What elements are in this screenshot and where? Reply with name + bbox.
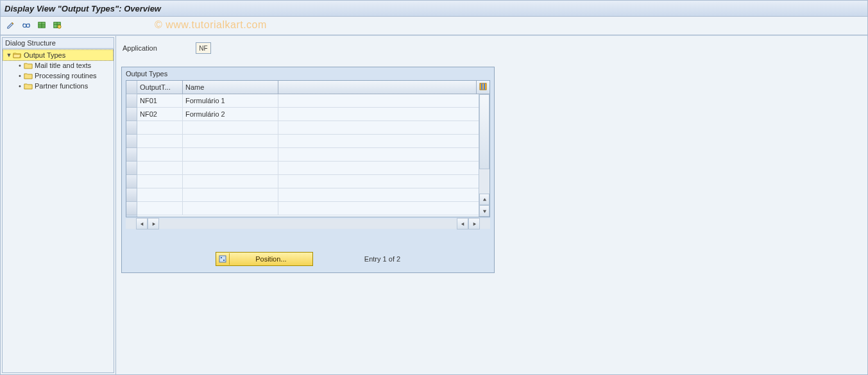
app-window: Display View "Output Types": Overview © … (0, 0, 868, 375)
table-row (137, 202, 489, 215)
toolbar: © www.tutorialkart.com (1, 17, 867, 35)
watermark: © www.tutorialkart.com (155, 19, 267, 31)
column-header-output[interactable]: OutputT... (137, 81, 183, 94)
svg-point-9 (58, 25, 61, 28)
vertical-scrollbar[interactable] (479, 94, 489, 217)
scroll-right-button[interactable] (148, 218, 159, 229)
table-row (137, 175, 489, 188)
grid-data: OutputT... Name NF01 Formulári (137, 81, 489, 217)
folder-icon (23, 71, 33, 80)
panel-title: Output Types (122, 67, 494, 80)
row-selector[interactable] (126, 162, 137, 175)
tree-item-label: Partner functions (35, 82, 88, 90)
title-bar: Display View "Output Types": Overview (1, 1, 867, 17)
folder-icon (23, 61, 33, 70)
table-row[interactable]: NF01 Formulário 1 (137, 94, 489, 108)
position-button[interactable]: Position... (216, 252, 313, 266)
column-header-name[interactable]: Name (183, 81, 278, 94)
display-button[interactable] (20, 19, 33, 32)
cell-output[interactable]: NF02 (137, 108, 183, 121)
triangle-left-icon (140, 220, 144, 228)
tree-item-processing-routines[interactable]: • Processing routines (3, 71, 114, 81)
table-settings-icon (53, 21, 62, 31)
table-row (137, 135, 489, 148)
table-icon (37, 21, 46, 31)
table-row (137, 121, 489, 135)
application-label: Application (123, 44, 157, 52)
triangle-down-icon (482, 207, 487, 215)
scroll-left2-button[interactable] (457, 218, 468, 229)
scroll-right2-button[interactable] (468, 218, 480, 229)
scroll-thumb[interactable] (479, 94, 489, 169)
application-value[interactable]: NF (196, 42, 211, 54)
glasses-icon (22, 21, 31, 31)
tree-item-label: Mail title and texts (35, 62, 91, 69)
table-row[interactable]: NF02 Formulário 2 (137, 108, 489, 121)
grid-config-icon (479, 83, 487, 92)
dialog-structure-pane: Dialog Structure ▼ Output Types • Mail t… (1, 36, 116, 374)
change-button[interactable] (4, 19, 17, 32)
output-types-grid: OutputT... Name NF01 Formulári (126, 80, 490, 217)
tree-item-label: Processing routines (35, 72, 97, 79)
tree-item-partner-functions[interactable]: • Partner functions (3, 81, 114, 91)
row-selector[interactable] (126, 148, 137, 162)
tree-item-label: Output Types (24, 51, 65, 59)
table-settings-button[interactable] (476, 81, 489, 94)
position-button-label: Position... (230, 255, 312, 263)
pencil-icon (6, 21, 15, 31)
tree-header: Dialog Structure (2, 37, 114, 49)
main-area: Dialog Structure ▼ Output Types • Mail t… (1, 35, 867, 374)
svg-rect-13 (219, 256, 226, 262)
cell-name[interactable]: Formulário 1 (183, 94, 278, 107)
application-field-row: Application NF (123, 42, 867, 54)
bullet-icon: • (17, 82, 23, 90)
triangle-right-icon (472, 220, 477, 228)
svg-rect-11 (481, 83, 482, 90)
scroll-down-button[interactable] (479, 205, 489, 217)
table-row (137, 162, 489, 175)
panel-footer: Position... Entry 1 of 2 (122, 252, 494, 266)
row-selector[interactable] (126, 108, 137, 121)
svg-rect-12 (484, 83, 485, 90)
scroll-track (479, 169, 489, 194)
triangle-right-icon (151, 220, 156, 228)
table-row (137, 188, 489, 202)
table-button[interactable] (35, 19, 48, 32)
tree-body: ▼ Output Types • Mail title and texts • (2, 49, 114, 373)
tree-item-output-types[interactable]: ▼ Output Types (3, 49, 114, 61)
row-selector[interactable] (126, 202, 137, 215)
table-settings-button[interactable] (51, 19, 64, 32)
content-pane: Application NF Output Types (116, 36, 867, 374)
row-selector[interactable] (126, 94, 137, 108)
scroll-up-button[interactable] (479, 194, 489, 205)
row-selector-column (126, 81, 137, 217)
cell-name[interactable]: Formulário 2 (183, 108, 278, 121)
grid-header-row: OutputT... Name (137, 81, 489, 94)
horizontal-scrollbar[interactable] (126, 219, 490, 229)
row-selector[interactable] (126, 121, 137, 135)
tree-item-mail-title[interactable]: • Mail title and texts (3, 60, 114, 71)
tree-toggle-icon[interactable]: ▼ (6, 52, 12, 58)
folder-open-icon (12, 51, 22, 60)
entry-counter: Entry 1 of 2 (364, 255, 400, 263)
bullet-icon: • (17, 62, 23, 69)
table-row (137, 148, 489, 162)
cell-output[interactable]: NF01 (137, 94, 183, 107)
row-selector[interactable] (126, 135, 137, 148)
folder-icon (23, 81, 33, 90)
triangle-up-icon (482, 196, 487, 203)
triangle-left-icon (461, 220, 465, 228)
position-icon (216, 253, 230, 265)
select-all-cell[interactable] (126, 81, 137, 94)
row-selector[interactable] (126, 188, 137, 202)
scroll-left-button[interactable] (136, 218, 148, 229)
grid-rows: NF01 Formulário 1 NF02 Formulário 2 (137, 94, 489, 217)
cell-blank (278, 94, 489, 107)
page-title: Display View "Output Types": Overview (4, 4, 161, 13)
row-selector[interactable] (126, 175, 137, 188)
output-types-panel: Output Types (121, 67, 495, 273)
svg-rect-14 (221, 257, 222, 258)
svg-rect-10 (480, 83, 486, 90)
svg-rect-15 (223, 260, 225, 261)
bullet-icon: • (17, 72, 23, 79)
